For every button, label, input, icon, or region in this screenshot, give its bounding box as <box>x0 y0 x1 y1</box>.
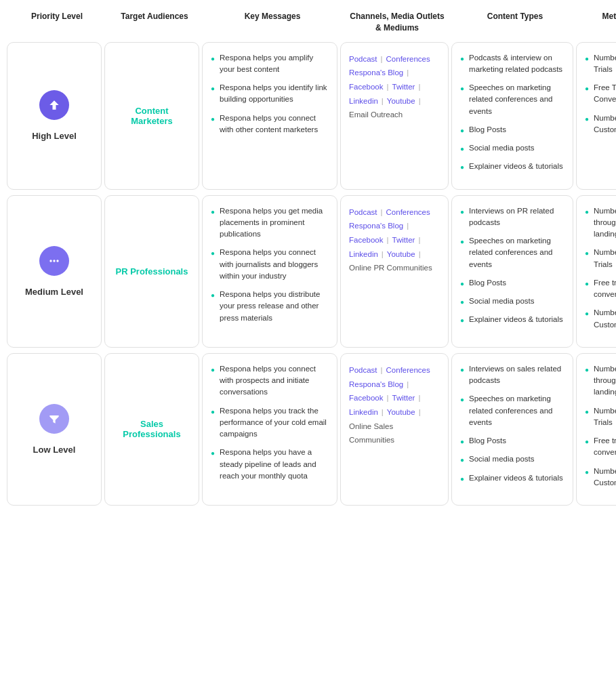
messages-medium: Respona helps you get media placements i… <box>202 195 337 348</box>
channel-row: Online Sales Communities <box>349 420 440 447</box>
list-item: Free trial to paid conversion rate <box>585 435 616 459</box>
channel-linkedin[interactable]: Linkedin <box>349 405 378 420</box>
content-high: Podcasts & interview on marketing relate… <box>451 42 573 190</box>
high-level-icon <box>39 90 69 120</box>
channel-podcast[interactable]: Podcast <box>349 363 377 377</box>
list-item: Number of New Paid Customers <box>585 466 616 489</box>
channel-row: Facebook | Twitter | <box>349 391 422 405</box>
content-low-list: Interviews on sales related podcasts Spe… <box>460 363 564 491</box>
table-header: Priority Level Target Audiences Key Mess… <box>7 7 609 38</box>
channel-conferences[interactable]: Conferences <box>386 52 430 66</box>
list-item: Speeches on marketing related conference… <box>460 393 564 428</box>
list-item: Social media posts <box>460 142 564 154</box>
channel-blog[interactable]: Respona's Blog <box>349 219 403 233</box>
priority-low: Low Level <box>7 353 102 506</box>
channel-facebook[interactable]: Facebook <box>349 80 384 94</box>
metrics-high: Number of New Free Trials Free Trials to… <box>576 42 616 190</box>
channel-linkedin[interactable]: Linkedin <box>349 247 378 262</box>
list-item: Respona helps you track the performance … <box>211 405 329 441</box>
list-item: Number of New Free Trials <box>585 247 616 270</box>
list-item: Social media posts <box>460 295 564 307</box>
channel-facebook[interactable]: Facebook <box>349 391 384 405</box>
channel-row: Facebook | Twitter | <box>349 80 422 94</box>
channel-blog[interactable]: Respona's Blog <box>349 377 403 392</box>
list-item: Number of New Free Trials <box>585 405 616 429</box>
messages-low: Respona helps you connect with prospects… <box>202 353 337 506</box>
channel-conferences[interactable]: Conferences <box>386 205 430 220</box>
list-item: Social media posts <box>460 453 564 465</box>
metrics-medium-list: Number of demos booked through our dedic… <box>585 205 616 338</box>
list-item: Respona helps you have a steady pipeline… <box>211 447 329 482</box>
list-item: Number of demos booked through our dedic… <box>585 363 616 399</box>
channel-row: Podcast | Conferences <box>349 52 430 66</box>
svg-point-1 <box>53 260 55 262</box>
channel-youtube[interactable]: Youtube <box>387 94 415 108</box>
list-item: Free Trials to Paid Conversion Rate <box>585 82 616 106</box>
list-item: Respona helps you amplify your best cont… <box>211 52 329 76</box>
channel-blog[interactable]: Respona's Blog <box>349 66 403 80</box>
channel-linkedin[interactable]: Linkedin <box>349 94 378 108</box>
channel-row: Podcast | Conferences <box>349 205 430 220</box>
channels-medium: Podcast | Conferences Respona's Blog | F… <box>340 195 449 348</box>
header-content: Content Types <box>454 7 576 38</box>
list-item: Free trial to paid conversion rate <box>585 277 616 301</box>
list-item: Explainer videos & tutorials <box>460 161 564 172</box>
list-item: Number of New Paid Customers <box>585 307 616 331</box>
messages-high-list: Respona helps you amplify your best cont… <box>211 52 329 143</box>
list-item: Respona helps you distribute your press … <box>211 289 329 324</box>
list-item: Speeches on marketing related conference… <box>460 235 564 270</box>
channel-twitter[interactable]: Twitter <box>392 391 415 405</box>
header-messages: Key Messages <box>205 7 340 38</box>
channel-conferences[interactable]: Conferences <box>386 363 430 377</box>
audience-medium: PR Professionals <box>104 195 199 348</box>
list-item: Number of New Paid Customers <box>585 113 616 136</box>
channels-low: Podcast | Conferences Respona's Blog | F… <box>340 353 449 506</box>
channel-row: Linkedin | Youtube | <box>349 405 423 420</box>
low-level-label: Low Level <box>33 445 76 455</box>
list-item: Respona helps you connect with journalis… <box>211 247 329 282</box>
list-item: Respona helps you identify link building… <box>211 82 329 106</box>
channel-row: Linkedin | Youtube | <box>349 94 423 108</box>
high-level-label: High Level <box>32 131 77 141</box>
audience-low: Sales Professionals <box>104 353 199 506</box>
list-item: Respona helps you get media placements i… <box>211 205 329 241</box>
channel-youtube[interactable]: Youtube <box>387 405 415 420</box>
list-item: Respona helps you connect with prospects… <box>211 363 329 399</box>
list-item: Interviews on sales related podcasts <box>460 363 564 387</box>
audience-high-label: Content Marketers <box>113 52 190 180</box>
channel-email: Email Outreach <box>349 108 403 122</box>
priority-high: High Level <box>7 42 102 190</box>
list-item: Number of New Free Trials <box>585 52 616 76</box>
list-item: Explainer videos & tutorials <box>460 314 564 325</box>
svg-point-0 <box>49 260 52 262</box>
channel-row: Email Outreach <box>349 108 403 122</box>
audience-medium-label: PR Professionals <box>113 205 190 338</box>
channel-row: Podcast | Conferences <box>349 363 430 377</box>
medium-level-icon <box>39 246 69 276</box>
content-medium-list: Interviews on PR related podcasts Speech… <box>460 205 564 333</box>
content-medium: Interviews on PR related podcasts Speech… <box>451 195 573 348</box>
filter-icon <box>47 412 61 426</box>
channel-youtube[interactable]: Youtube <box>387 247 415 262</box>
channel-pr: Online PR Communities <box>349 261 432 275</box>
list-item: Speeches on marketing related conference… <box>460 82 564 117</box>
channel-row: Respona's Blog | <box>349 66 411 80</box>
content-low: Interviews on sales related podcasts Spe… <box>451 353 573 506</box>
list-item: Blog Posts <box>460 124 564 136</box>
channel-row: Online PR Communities <box>349 261 432 275</box>
channel-facebook[interactable]: Facebook <box>349 233 384 247</box>
list-item: Podcasts & interview on marketing relate… <box>460 52 564 76</box>
metrics-low-list: Number of demos booked through our dedic… <box>585 363 616 495</box>
list-item: Interviews on PR related podcasts <box>460 205 564 229</box>
channel-sales: Online Sales Communities <box>349 420 440 447</box>
table-row: Low Level Sales Professionals Respona he… <box>7 353 609 506</box>
metrics-medium: Number of demos booked through our dedic… <box>576 195 616 348</box>
channel-podcast[interactable]: Podcast <box>349 52 377 66</box>
table-row: Medium Level PR Professionals Respona he… <box>7 195 609 348</box>
channel-twitter[interactable]: Twitter <box>392 233 415 247</box>
header-audiences: Target Audiences <box>107 7 202 38</box>
channel-row: Respona's Blog | <box>349 377 411 392</box>
table-row: High Level Content Marketers Respona hel… <box>7 42 609 190</box>
channel-podcast[interactable]: Podcast <box>349 205 377 220</box>
channel-twitter[interactable]: Twitter <box>392 80 415 94</box>
